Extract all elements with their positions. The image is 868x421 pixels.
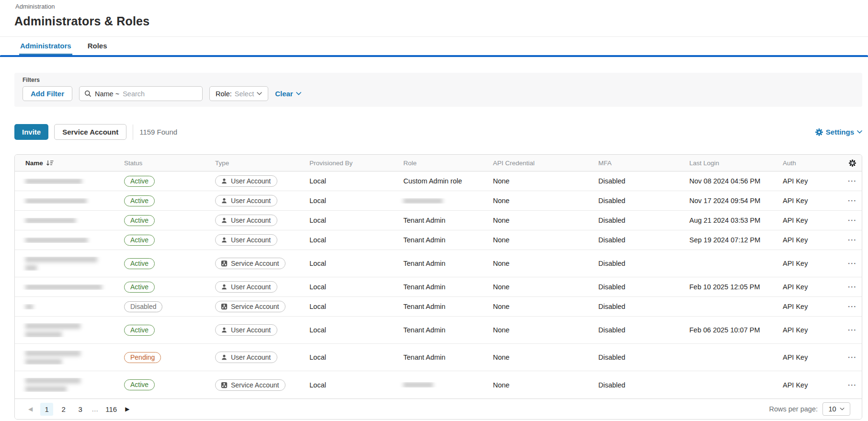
- cell-type: Service Account: [205, 301, 299, 312]
- cell-name: [15, 179, 114, 184]
- page-title: Administrators & Roles: [14, 14, 868, 28]
- column-header-label: Status: [124, 159, 142, 167]
- cell-name: [15, 284, 114, 290]
- column-header-mfa[interactable]: MFA: [588, 159, 679, 167]
- clear-filters-button[interactable]: Clear: [275, 90, 301, 98]
- table-row: ActiveService AccountLocalTenant AdminNo…: [15, 250, 862, 277]
- redacted-text-bar: [25, 332, 62, 337]
- redacted-name: [25, 238, 114, 243]
- table-row: DisabledService AccountLocalTenant Admin…: [15, 297, 862, 317]
- role-filter-dropdown[interactable]: Role: Select: [209, 86, 268, 101]
- tab-administrators[interactable]: Administrators: [19, 37, 72, 55]
- service-account-button[interactable]: Service Account: [54, 124, 126, 140]
- row-actions-button[interactable]: ⋯: [847, 284, 857, 289]
- page-gap-ellipsis: …: [91, 405, 99, 413]
- tab-bar: Administrators Roles: [0, 36, 868, 55]
- cell-last-login: Aug 21 2024 03:53 PM: [679, 216, 772, 224]
- redacted-name: [25, 257, 114, 271]
- toolbar-divider: [133, 125, 133, 140]
- column-header-api-credential[interactable]: API Credential: [482, 159, 588, 167]
- cell-provisioned-by: Local: [299, 216, 393, 224]
- page-button-1[interactable]: 1: [40, 403, 53, 416]
- column-header-label: Type: [215, 159, 229, 167]
- redacted-text-bar: [25, 198, 87, 204]
- redacted-name: [25, 179, 114, 184]
- type-chip: Service Account: [215, 258, 286, 269]
- column-header-type[interactable]: Type: [205, 159, 299, 167]
- redacted-text-bar: [25, 378, 80, 383]
- sort-descending-icon: [46, 160, 54, 166]
- row-actions-button[interactable]: ⋯: [847, 218, 857, 223]
- cell-mfa: Disabled: [588, 236, 679, 244]
- row-actions-button[interactable]: ⋯: [847, 198, 857, 203]
- table-row: ActiveUser AccountLocalNoneDisabledNov 1…: [15, 191, 862, 211]
- cell-name: [15, 304, 114, 309]
- row-actions-button[interactable]: ⋯: [847, 355, 857, 360]
- column-header-label: Provisioned By: [309, 159, 353, 167]
- column-settings-button[interactable]: [842, 159, 862, 167]
- row-actions-button[interactable]: ⋯: [847, 238, 857, 242]
- user-icon: [221, 284, 228, 290]
- service-account-icon: [221, 260, 228, 267]
- column-header-status[interactable]: Status: [114, 159, 205, 167]
- cell-type: User Account: [205, 195, 299, 206]
- status-badge: Active: [124, 176, 155, 187]
- rows-per-page-label: Rows per page:: [769, 405, 818, 413]
- invite-button[interactable]: Invite: [14, 124, 48, 140]
- next-page-button[interactable]: ▶: [122, 404, 132, 414]
- cell-provisioned-by: Local: [299, 197, 393, 205]
- row-actions-button[interactable]: ⋯: [847, 328, 857, 332]
- breadcrumb[interactable]: Administration: [15, 3, 868, 10]
- settings-dropdown[interactable]: Settings: [815, 128, 862, 136]
- column-header-last-login[interactable]: Last Login: [679, 159, 772, 167]
- cell-mfa: Disabled: [588, 353, 679, 361]
- page-button-116[interactable]: 116: [103, 403, 119, 416]
- tab-roles[interactable]: Roles: [87, 37, 108, 55]
- table-row: ActiveUser AccountLocalCustom Admin role…: [15, 171, 862, 191]
- gear-icon: [815, 128, 823, 136]
- row-actions-button[interactable]: ⋯: [847, 261, 857, 266]
- add-filter-button[interactable]: Add Filter: [23, 86, 72, 101]
- row-actions-button[interactable]: ⋯: [847, 179, 857, 183]
- redacted-name: [25, 284, 114, 290]
- row-actions-button[interactable]: ⋯: [847, 304, 857, 309]
- cell-role: Tenant Admin: [393, 236, 482, 244]
- cell-status: Pending: [114, 352, 205, 363]
- cell-actions: ⋯: [842, 304, 862, 309]
- row-actions-button[interactable]: ⋯: [847, 383, 857, 387]
- table-header-row: NameStatusTypeProvisioned ByRoleAPI Cred…: [15, 155, 862, 171]
- type-chip-label: Service Account: [231, 381, 279, 389]
- name-search-input[interactable]: Name ~ Search: [79, 86, 203, 101]
- type-chip: Service Account: [215, 301, 286, 312]
- previous-page-button[interactable]: ◀: [25, 404, 35, 414]
- cell-api-credential: None: [482, 216, 588, 224]
- rows-per-page-select[interactable]: 10: [822, 402, 850, 416]
- redacted-text-bar: [25, 218, 76, 223]
- table-row: ActiveUser AccountLocalTenant AdminNoneD…: [15, 230, 862, 250]
- cell-name: [15, 351, 114, 364]
- redacted-text-bar: [25, 323, 80, 329]
- cell-type: User Account: [205, 352, 299, 363]
- redacted-name: [25, 304, 114, 309]
- cell-mfa: Disabled: [588, 197, 679, 205]
- redacted-text-bar: [25, 257, 97, 262]
- column-header-auth[interactable]: Auth: [772, 159, 842, 167]
- redacted-name: [25, 351, 114, 364]
- redacted-text-bar: [25, 238, 88, 243]
- redacted-name: [25, 323, 114, 337]
- page-button-2[interactable]: 2: [57, 403, 70, 416]
- column-header-role[interactable]: Role: [393, 159, 482, 167]
- table-row: ActiveUser AccountLocalTenant AdminNoneD…: [15, 277, 862, 297]
- cell-auth: API Key: [772, 260, 842, 267]
- cell-status: Active: [114, 235, 205, 246]
- cell-api-credential: None: [482, 326, 588, 334]
- cell-api-credential: None: [482, 353, 588, 361]
- page-button-3[interactable]: 3: [74, 403, 87, 416]
- cell-auth: API Key: [772, 236, 842, 244]
- status-badge: Active: [124, 282, 155, 293]
- redacted-text-bar: [25, 265, 37, 271]
- column-header-provisioned-by[interactable]: Provisioned By: [299, 159, 393, 167]
- redacted-text-bar: [25, 359, 62, 364]
- type-chip-label: Service Account: [231, 303, 279, 310]
- column-header-name[interactable]: Name: [15, 159, 114, 167]
